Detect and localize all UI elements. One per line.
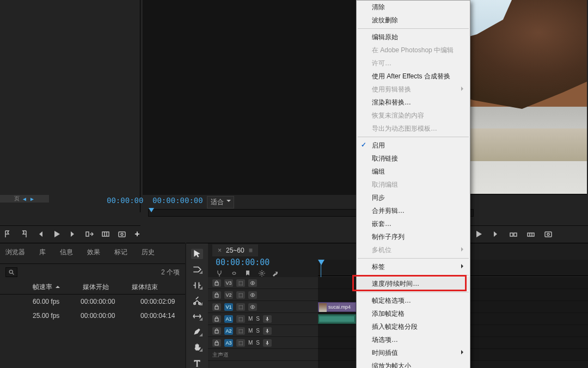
source-patch-icon[interactable]: ⬚ bbox=[236, 339, 245, 347]
track-header-a3[interactable]: A3 ⬚ M S bbox=[208, 337, 318, 349]
mic-icon[interactable] bbox=[263, 327, 272, 335]
pen-tool[interactable] bbox=[191, 327, 203, 337]
export-frame-button-r[interactable] bbox=[543, 229, 553, 239]
tab-effects[interactable]: 效果 bbox=[86, 246, 101, 259]
menu-item[interactable]: 场选项… bbox=[357, 333, 470, 346]
mute-label[interactable]: M bbox=[248, 340, 253, 346]
lock-icon[interactable] bbox=[212, 327, 221, 335]
menu-item[interactable]: ✓启用 bbox=[357, 139, 470, 152]
menu-item[interactable]: 合并剪辑… bbox=[357, 204, 470, 217]
hand-tool[interactable] bbox=[191, 342, 203, 353]
wrench-icon[interactable] bbox=[272, 269, 280, 277]
play-button[interactable] bbox=[52, 229, 61, 239]
menu-item[interactable]: 编组 bbox=[357, 165, 470, 178]
tab-history[interactable]: 历史 bbox=[140, 246, 156, 259]
menu-item[interactable]: 标签 bbox=[357, 260, 470, 273]
snap-icon[interactable] bbox=[216, 269, 223, 277]
ripple-edit-tool[interactable] bbox=[191, 280, 203, 290]
solo-label[interactable]: S bbox=[256, 316, 260, 322]
track-label[interactable]: V3 bbox=[224, 279, 233, 287]
context-menu[interactable]: 清除波纹删除编辑原始在 Adobe Photoshop 中编辑许可…使用 Aft… bbox=[356, 0, 470, 368]
mic-icon[interactable] bbox=[263, 315, 272, 323]
slip-tool[interactable] bbox=[191, 311, 203, 322]
menu-item[interactable]: 缩放为帧大小 bbox=[357, 359, 470, 368]
tab-browser[interactable]: 浏览器 bbox=[4, 246, 26, 259]
track-select-tool[interactable] bbox=[191, 265, 203, 275]
source-patch-icon[interactable]: ⬚ bbox=[236, 327, 245, 335]
search-input[interactable] bbox=[5, 267, 17, 277]
button-editor-plus[interactable]: + bbox=[134, 229, 140, 239]
mute-label[interactable]: M bbox=[248, 328, 253, 334]
scrubber-playhead-icon[interactable] bbox=[149, 208, 154, 212]
settings-icon[interactable] bbox=[258, 269, 266, 277]
type-tool[interactable] bbox=[191, 358, 203, 368]
lock-icon[interactable] bbox=[212, 303, 221, 311]
menu-item[interactable]: 插入帧定格分段 bbox=[357, 320, 470, 333]
source-patch-icon[interactable]: ⬚ bbox=[236, 279, 245, 287]
play-button-r[interactable] bbox=[474, 229, 483, 239]
audio-clip[interactable] bbox=[318, 314, 356, 324]
page-prev-icon[interactable]: ◄ bbox=[22, 196, 27, 202]
track-header-v3[interactable]: V3 ⬚ bbox=[208, 277, 318, 289]
lock-icon[interactable] bbox=[212, 339, 221, 347]
table-row[interactable]: 25.00 fps 00:00:00:00 00:00:04:14 bbox=[0, 309, 185, 323]
track-header-a2[interactable]: A2 ⬚ M S bbox=[208, 325, 318, 337]
col-start[interactable]: 媒体开始 bbox=[83, 283, 109, 292]
playhead-icon[interactable] bbox=[318, 260, 324, 265]
track-label[interactable]: V1 bbox=[224, 303, 233, 311]
lift-button[interactable] bbox=[509, 229, 518, 239]
menu-item[interactable]: 编辑原始 bbox=[357, 30, 470, 44]
menu-item[interactable]: 渲染和替换… bbox=[357, 96, 470, 109]
source-patch-icon[interactable]: ⬚ bbox=[236, 315, 245, 323]
menu-item[interactable]: 添加帧定格 bbox=[357, 307, 470, 320]
zoom-fit-dropdown[interactable]: 适合 bbox=[207, 196, 234, 208]
tab-menu-icon[interactable]: ≡ bbox=[249, 247, 253, 254]
track-label[interactable]: A1 bbox=[224, 315, 233, 323]
lock-icon[interactable] bbox=[212, 279, 221, 287]
mute-label[interactable]: M bbox=[248, 316, 253, 322]
track-label[interactable]: A3 bbox=[224, 339, 233, 347]
eye-icon[interactable] bbox=[248, 303, 257, 311]
export-frame-button[interactable] bbox=[118, 229, 126, 239]
col-fps[interactable]: 帧速率 bbox=[33, 283, 60, 292]
program-timecode[interactable]: 00:00:00:00 bbox=[152, 196, 203, 205]
track-header-v1[interactable]: V1 ⬚ bbox=[208, 301, 318, 313]
menu-item[interactable]: 取消链接 bbox=[357, 152, 470, 165]
solo-label[interactable]: S bbox=[256, 328, 260, 334]
menu-item[interactable]: 波纹删除 bbox=[357, 14, 470, 27]
page-next-icon[interactable]: ► bbox=[29, 196, 35, 202]
extract-button[interactable] bbox=[526, 229, 536, 239]
overwrite-button[interactable] bbox=[101, 229, 110, 239]
track-label[interactable]: V2 bbox=[224, 291, 233, 299]
col-end[interactable]: 媒体结束 bbox=[132, 283, 158, 292]
mark-out-button[interactable] bbox=[20, 229, 28, 239]
menu-item[interactable]: 帧定格选项… bbox=[357, 294, 470, 307]
step-fwd-button[interactable] bbox=[69, 229, 77, 239]
menu-item[interactable]: 速度/持续时间… bbox=[357, 277, 470, 290]
menu-item[interactable]: 使用 After Effects 合成替换 bbox=[357, 70, 470, 83]
step-back-button[interactable] bbox=[36, 229, 45, 239]
lock-icon[interactable] bbox=[212, 291, 221, 299]
menu-item[interactable]: 制作子序列 bbox=[357, 230, 470, 243]
tab-library[interactable]: 库 bbox=[38, 246, 47, 259]
eye-icon[interactable] bbox=[248, 279, 257, 287]
selection-tool[interactable] bbox=[191, 249, 203, 259]
track-label[interactable]: A2 bbox=[224, 327, 233, 335]
marker-icon[interactable] bbox=[244, 269, 252, 277]
video-clip[interactable]: sucai.mp4 bbox=[318, 302, 356, 312]
menu-item[interactable]: 同步 bbox=[357, 191, 470, 204]
source-patch-icon[interactable]: ⬚ bbox=[236, 291, 245, 299]
source-patch-icon[interactable]: ⬚ bbox=[236, 303, 245, 311]
insert-button[interactable] bbox=[85, 229, 94, 239]
menu-item[interactable]: 时间插值 bbox=[357, 346, 470, 359]
source-timecode[interactable]: 00:00:00 bbox=[107, 196, 143, 205]
tab-info[interactable]: 信息 bbox=[59, 246, 74, 259]
track-header-master[interactable]: 主声道 bbox=[208, 349, 318, 361]
step-fwd-button-r[interactable] bbox=[491, 229, 501, 239]
linked-sel-icon[interactable] bbox=[230, 269, 237, 277]
sequence-tab[interactable]: × 25~60 ≡ bbox=[212, 244, 258, 256]
track-header-v2[interactable]: V2 ⬚ bbox=[208, 289, 318, 301]
menu-item[interactable]: 嵌套… bbox=[357, 217, 470, 230]
menu-item[interactable]: 清除 bbox=[357, 1, 470, 14]
table-row[interactable]: 60.00 fps 00:00:00:00 00:00:02:09 bbox=[0, 295, 185, 309]
